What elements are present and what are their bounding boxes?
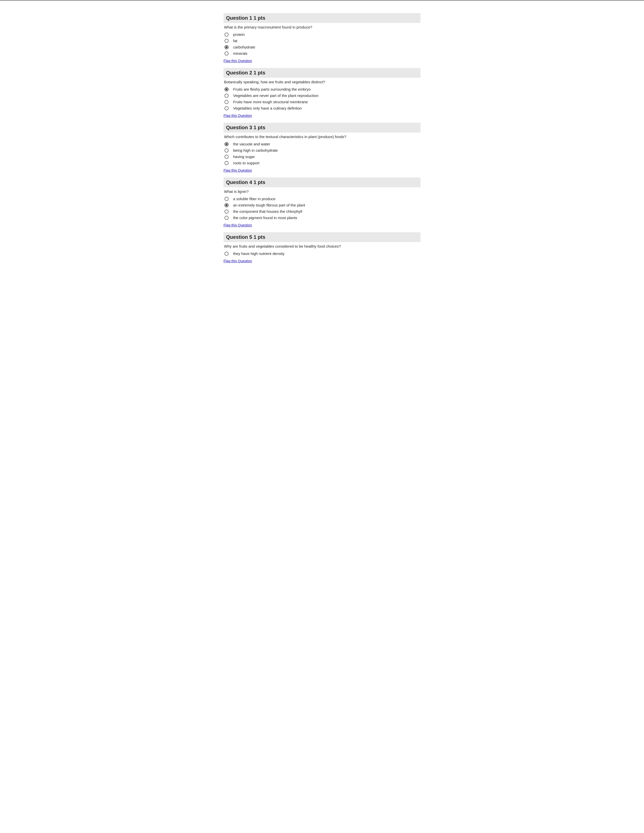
- option-item-4-2[interactable]: the component that houses the chlorphyll: [224, 209, 420, 214]
- option-label-1-1: fat: [233, 39, 237, 43]
- radio-5-0[interactable]: [224, 252, 229, 256]
- option-label-2-3: Vegetables only have a culinary defintio…: [233, 106, 302, 110]
- question-title-2: Question 2 1 pts: [226, 70, 266, 76]
- option-item-1-1[interactable]: fat: [224, 39, 420, 43]
- option-item-4-0[interactable]: a soluble fiber in produce: [224, 197, 420, 201]
- radio-1-1[interactable]: [224, 39, 229, 43]
- radio-4-2[interactable]: [224, 209, 229, 214]
- option-item-2-2[interactable]: Fruits have more tough structural membra…: [224, 100, 420, 104]
- option-item-3-2[interactable]: having sugar: [224, 154, 420, 159]
- question-pts-4: 1 pts: [254, 180, 266, 185]
- question-header-5: Question 5 1 pts: [224, 232, 420, 242]
- radio-3-1[interactable]: [224, 148, 229, 153]
- question-pts-1: 1 pts: [254, 15, 266, 21]
- radio-3-0[interactable]: [224, 142, 229, 146]
- option-label-3-3: roots to support: [233, 161, 259, 165]
- options-list-1: proteinfatcarbohydrateminerals: [224, 32, 420, 56]
- option-item-5-0[interactable]: they have high nutrient density: [224, 251, 420, 256]
- question-header-4: Question 4 1 pts: [224, 177, 420, 187]
- question-title-1: Question 1 1 pts: [226, 15, 266, 21]
- options-list-2: Fruits are fleshy parts surrounding the …: [224, 87, 420, 110]
- radio-1-3[interactable]: [224, 51, 229, 56]
- question-header-1: Question 1 1 pts: [224, 13, 420, 23]
- radio-4-3[interactable]: [224, 216, 229, 220]
- page-content: Question 1 1 ptsWhat is the primary macr…: [213, 8, 431, 283]
- question-title-3: Question 3 1 pts: [226, 125, 266, 130]
- question-text-5: Why are fruits and vegetables considered…: [224, 244, 420, 248]
- radio-2-2[interactable]: [224, 100, 229, 104]
- option-item-2-3[interactable]: Vegetables only have a culinary defintio…: [224, 106, 420, 110]
- option-item-4-3[interactable]: the color pigment found in most plants: [224, 215, 420, 220]
- option-label-2-0: Fruits are fleshy parts surrounding the …: [233, 87, 311, 92]
- question-block-1: Question 1 1 ptsWhat is the primary macr…: [224, 13, 420, 65]
- question-text-2: Botanically speaking, how are fruits and…: [224, 80, 420, 84]
- option-label-3-2: having sugar: [233, 154, 255, 159]
- option-label-4-2: the component that houses the chlorphyll: [233, 209, 302, 214]
- radio-3-3[interactable]: [224, 161, 229, 165]
- flag-link-4[interactable]: Flag this Question: [224, 223, 252, 227]
- option-label-1-3: minerals: [233, 51, 248, 56]
- options-list-4: a soluble fiber in producean extremely t…: [224, 197, 420, 220]
- radio-4-0[interactable]: [224, 197, 229, 201]
- radio-1-2[interactable]: [224, 45, 229, 49]
- flag-link-5[interactable]: Flag this Question: [224, 259, 252, 263]
- option-label-2-1: Vegetables are never part of the plant r…: [233, 93, 319, 98]
- flag-link-1[interactable]: Flag this Question: [224, 59, 252, 63]
- option-item-3-0[interactable]: the vacuole and water: [224, 142, 420, 146]
- question-header-2: Question 2 1 pts: [224, 68, 420, 78]
- option-label-5-0: they have high nutrient density: [233, 251, 284, 256]
- option-item-3-3[interactable]: roots to support: [224, 161, 420, 165]
- radio-2-1[interactable]: [224, 94, 229, 98]
- question-block-3: Question 3 1 ptsWhich contributes to the…: [224, 123, 420, 175]
- question-pts-3: 1 pts: [254, 125, 266, 130]
- radio-4-1[interactable]: [224, 203, 229, 207]
- option-item-1-3[interactable]: minerals: [224, 51, 420, 56]
- option-label-2-2: Fruits have more tough structural membra…: [233, 100, 308, 104]
- option-item-2-1[interactable]: Vegetables are never part of the plant r…: [224, 93, 420, 98]
- radio-1-0[interactable]: [224, 32, 229, 37]
- option-label-3-1: being high in carbohydrate: [233, 148, 278, 153]
- question-block-4: Question 4 1 ptsWhat is lignin?a soluble…: [224, 177, 420, 230]
- option-label-4-1: an extremely tough fibrous part of the p…: [233, 203, 305, 207]
- option-item-1-2[interactable]: carbohydrate: [224, 45, 420, 49]
- option-label-4-3: the color pigment found in most plants: [233, 215, 297, 220]
- option-item-3-1[interactable]: being high in carbohydrate: [224, 148, 420, 153]
- options-list-5: they have high nutrient density: [224, 251, 420, 256]
- radio-2-3[interactable]: [224, 106, 229, 110]
- question-title-5: Question 5 1 pts: [226, 234, 266, 240]
- option-item-2-0[interactable]: Fruits are fleshy parts surrounding the …: [224, 87, 420, 92]
- option-item-4-1[interactable]: an extremely tough fibrous part of the p…: [224, 203, 420, 207]
- question-block-5: Question 5 1 ptsWhy are fruits and veget…: [224, 232, 420, 265]
- radio-2-0[interactable]: [224, 87, 229, 92]
- question-text-3: Which contributes to the textural charac…: [224, 135, 420, 139]
- option-label-4-0: a soluble fiber in produce: [233, 197, 275, 201]
- flag-link-2[interactable]: Flag this Question: [224, 114, 252, 117]
- option-label-1-0: protein: [233, 32, 245, 37]
- question-title-4: Question 4 1 pts: [226, 180, 266, 185]
- options-list-3: the vacuole and waterbeing high in carbo…: [224, 142, 420, 165]
- question-header-3: Question 3 1 pts: [224, 123, 420, 132]
- question-text-1: What is the primary macronutrient found …: [224, 25, 420, 29]
- question-pts-5: 1 pts: [254, 234, 266, 240]
- option-label-1-2: carbohydrate: [233, 45, 255, 49]
- radio-3-2[interactable]: [224, 155, 229, 159]
- question-pts-2: 1 pts: [254, 70, 266, 76]
- question-text-4: What is lignin?: [224, 189, 420, 194]
- option-item-1-0[interactable]: protein: [224, 32, 420, 37]
- flag-link-3[interactable]: Flag this Question: [224, 168, 252, 172]
- question-block-2: Question 2 1 ptsBotanically speaking, ho…: [224, 68, 420, 120]
- option-label-3-0: the vacuole and water: [233, 142, 270, 146]
